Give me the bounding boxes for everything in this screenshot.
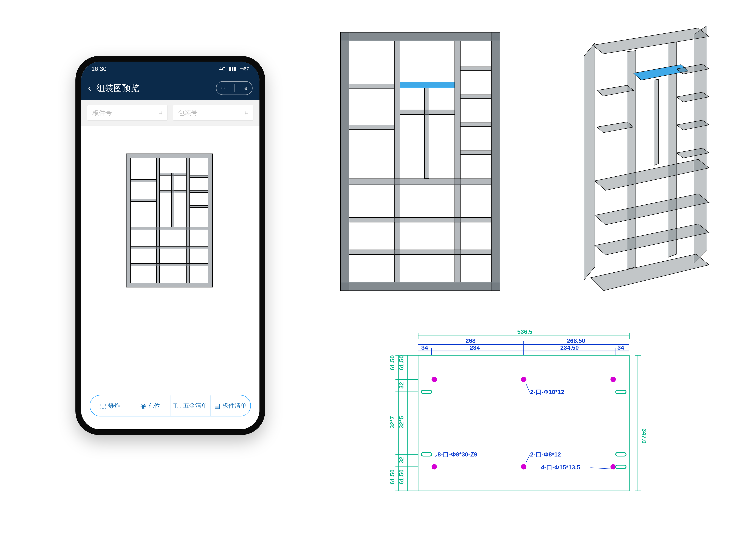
package-no-input[interactable]: 包装号 ⌗: [173, 105, 254, 120]
dim-s4: 61.50: [389, 470, 396, 484]
wrench-icon: T⎍: [173, 402, 181, 409]
panel-hole-drawing: 536.5 268 268.50 34 234 234.50 34 347.0 …: [384, 327, 647, 506]
panel-no-input[interactable]: 板件号 ⌗: [87, 105, 168, 120]
svg-rect-31: [349, 179, 491, 185]
svg-rect-93: [616, 390, 626, 394]
capsule-divider: [234, 84, 235, 92]
highlighted-shelf: [400, 82, 455, 88]
explode-label: 爆炸: [108, 402, 120, 410]
assembly-viewport[interactable]: ⬚ 爆炸 ◉ 孔位 T⎍ 五金清单 ▤ 板件清单: [81, 126, 259, 429]
phone-mockup: 16:30 4G ▮▮▮ ▭87 ‹ 组装图预览 ••• ◎ 板件号 ⌗ 包装号: [75, 56, 265, 435]
hardware-list-button[interactable]: T⎍ 五金清单: [171, 395, 210, 416]
dim-s2: 32: [398, 382, 405, 389]
svg-rect-29: [460, 123, 491, 127]
svg-rect-17: [340, 32, 349, 291]
holes-label: 孔位: [148, 402, 160, 410]
more-icon[interactable]: •••: [221, 86, 225, 90]
holes-button[interactable]: ◉ 孔位: [130, 395, 170, 416]
svg-line-97: [526, 383, 530, 392]
status-icons: 4G ▮▮▮ ▭87: [219, 66, 249, 72]
cube-icon: ⬚: [100, 402, 106, 410]
dim-side-total: 347.0: [641, 428, 647, 444]
svg-rect-96: [616, 465, 626, 469]
svg-rect-26: [424, 88, 429, 178]
svg-line-99: [590, 468, 612, 469]
ann-phi8-12: 2-口-Φ8*12: [530, 451, 561, 458]
svg-rect-28: [460, 95, 491, 99]
svg-rect-12: [190, 175, 208, 177]
svg-marker-38: [627, 51, 636, 269]
svg-rect-18: [491, 32, 500, 291]
floating-toolbar: ⬚ 爆炸 ◉ 孔位 T⎍ 五金清单 ▤ 板件清单: [90, 395, 251, 417]
dim-top-half-right: 268.50: [567, 338, 585, 344]
svg-rect-7: [131, 246, 208, 249]
battery-icon: ▭87: [239, 66, 249, 72]
package-no-placeholder: 包装号: [178, 109, 198, 117]
dim-mid: 32*7: [389, 416, 396, 428]
signal-icon: ▮▮▮: [229, 66, 236, 72]
dim-inset-right: 234.50: [560, 344, 579, 351]
svg-rect-16: [349, 41, 491, 282]
svg-marker-47: [595, 194, 709, 225]
target-icon: ◉: [140, 402, 146, 410]
svg-marker-49: [654, 79, 659, 165]
svg-marker-46: [595, 159, 709, 191]
panel-no-placeholder: 板件号: [93, 109, 112, 117]
svg-rect-21: [394, 41, 400, 282]
hardware-label: 五金清单: [183, 402, 207, 410]
svg-rect-20: [340, 282, 500, 291]
ann-phi10: 2-口-Φ10*12: [530, 389, 564, 395]
svg-line-100: [435, 455, 437, 456]
svg-marker-34: [584, 43, 595, 280]
panels-label: 板件清单: [222, 402, 247, 410]
cabinet-thumb: [124, 152, 215, 290]
svg-rect-19: [340, 32, 500, 41]
svg-line-98: [526, 455, 530, 463]
svg-rect-24: [349, 125, 394, 130]
svg-rect-95: [616, 453, 626, 456]
dim-s1: 61.50: [389, 355, 396, 370]
svg-rect-94: [421, 453, 432, 456]
svg-rect-92: [421, 390, 432, 394]
panel-list-button[interactable]: ▤ 板件清单: [210, 395, 251, 416]
svg-rect-30: [460, 151, 491, 155]
wechat-capsule[interactable]: ••• ◎: [216, 81, 253, 95]
dim-s4b: 61.50: [398, 470, 405, 484]
dim-s1b: 61.50: [398, 355, 405, 370]
scan-icon[interactable]: ⌗: [159, 110, 162, 116]
filter-row: 板件号 ⌗ 包装号 ⌗: [81, 100, 259, 126]
scan-icon[interactable]: ⌗: [245, 110, 248, 116]
svg-rect-32: [349, 217, 491, 222]
list-icon: ▤: [214, 402, 220, 410]
target-icon[interactable]: ◎: [244, 86, 247, 90]
dim-inset-left: 234: [470, 344, 480, 351]
phone-screen: 16:30 4G ▮▮▮ ▭87 ‹ 组装图预览 ••• ◎ 板件号 ⌗ 包装号: [81, 62, 259, 429]
svg-rect-23: [349, 84, 394, 89]
svg-rect-5: [131, 199, 156, 202]
dim-midb: 32*5: [398, 416, 405, 428]
ann-phi15: 4-口-Φ15*13.5: [541, 464, 580, 471]
svg-marker-37: [590, 254, 709, 291]
status-bar: 16:30 4G ▮▮▮ ▭87: [81, 62, 259, 76]
svg-marker-36: [593, 28, 709, 54]
title-bar: ‹ 组装图预览 ••• ◎: [81, 76, 259, 100]
dim-edge-left: 34: [421, 344, 428, 351]
svg-rect-6: [131, 227, 208, 230]
page-title: 组装图预览: [96, 82, 211, 94]
svg-rect-22: [455, 41, 460, 282]
back-icon[interactable]: ‹: [88, 83, 91, 93]
svg-marker-48: [595, 224, 709, 255]
dim-top-total: 536.5: [517, 328, 532, 335]
svg-rect-14: [190, 205, 208, 208]
dim-edge-right: 34: [617, 344, 624, 351]
ann-phi8-30: 8-口-Φ8*30-Z9: [438, 451, 477, 458]
clock: 16:30: [92, 65, 106, 72]
cabinet-exploded-view: [569, 26, 720, 306]
cabinet-front-view: [338, 30, 502, 293]
svg-rect-8: [131, 264, 208, 266]
svg-rect-33: [349, 250, 491, 255]
svg-rect-11: [172, 173, 174, 227]
explode-button[interactable]: ⬚ 爆炸: [90, 395, 130, 416]
network-icon: 4G: [219, 66, 226, 72]
highlighted-shelf-iso: [634, 64, 688, 80]
